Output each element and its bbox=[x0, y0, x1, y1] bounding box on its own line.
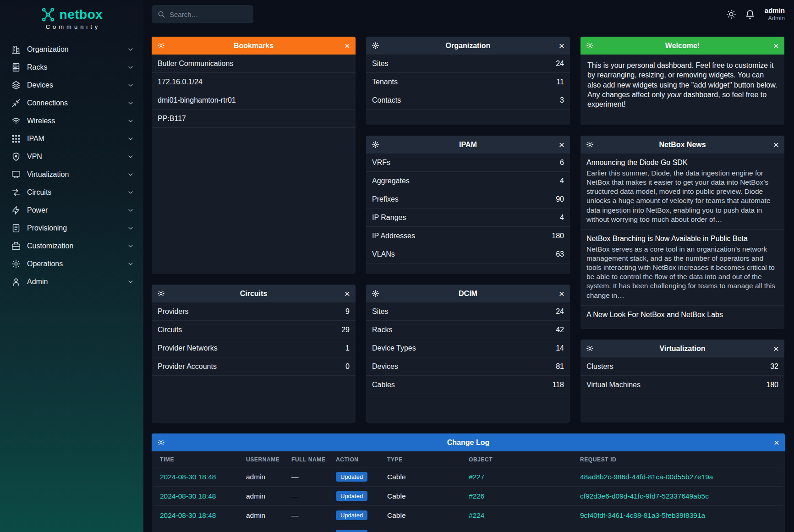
close-icon[interactable]: × bbox=[345, 41, 350, 50]
sidebar-item-operations[interactable]: Operations bbox=[0, 255, 143, 273]
stat-row: Contacts3 bbox=[366, 91, 570, 110]
close-icon[interactable]: × bbox=[774, 438, 779, 447]
stat-label-link[interactable]: Tenants bbox=[372, 78, 398, 86]
close-icon[interactable]: × bbox=[773, 140, 779, 149]
sidebar-item-ipam[interactable]: IPAM bbox=[0, 130, 143, 148]
gear-icon[interactable] bbox=[157, 439, 165, 446]
sidebar-item-connections[interactable]: Connections bbox=[0, 94, 143, 112]
sidebar-item-organization[interactable]: Organization bbox=[0, 40, 143, 58]
time-link[interactable]: 2024-08-30 18:48 bbox=[160, 492, 216, 500]
news-headline-link[interactable]: NetBox Branching is Now Available in Pub… bbox=[586, 235, 778, 243]
stat-label-link[interactable]: Provider Networks bbox=[158, 344, 218, 352]
stat-label-link[interactable]: Provider Accounts bbox=[158, 362, 217, 371]
object-link[interactable]: #224 bbox=[469, 531, 484, 532]
widget-circuits-header[interactable]: Circuits × bbox=[152, 285, 356, 302]
stat-label-link[interactable]: Virtual Machines bbox=[586, 381, 641, 389]
stat-label-link[interactable]: Racks bbox=[372, 326, 392, 334]
object-link[interactable]: #227 bbox=[469, 473, 484, 481]
gear-icon[interactable] bbox=[372, 42, 379, 49]
bookmark-item[interactable]: Butler Communications bbox=[152, 55, 356, 73]
stat-value: 32 bbox=[770, 362, 778, 371]
gear-icon[interactable] bbox=[157, 290, 165, 297]
request_id-link[interactable]: 7c3c4c9c-aea0-47f2-89f6-f98301997c9b bbox=[580, 531, 708, 532]
time-link[interactable]: 2024-08-30 18:48 bbox=[160, 511, 216, 519]
news-headline-link[interactable]: A New Look For NetBox and NetBox Labs bbox=[586, 311, 778, 319]
bookmark-item[interactable]: PP:B117 bbox=[152, 110, 356, 128]
request_id-link[interactable]: 9cf40fdf-3461-4c88-81a3-5feb39f8391a bbox=[580, 511, 705, 519]
stat-label-link[interactable]: Circuits bbox=[158, 326, 182, 334]
stat-label-link[interactable]: IP Addresses bbox=[372, 232, 415, 240]
time-link[interactable]: 2024-08-30 18:48 bbox=[160, 473, 216, 481]
widget-ipam-header[interactable]: IPAM × bbox=[366, 136, 570, 154]
gear-icon[interactable] bbox=[372, 141, 379, 148]
stat-value: 4 bbox=[560, 177, 564, 185]
news-headline-link[interactable]: Announcing the Diode Go SDK bbox=[586, 159, 778, 167]
circuits-stats: Providers9Circuits29Provider Networks1Pr… bbox=[152, 302, 356, 423]
sidebar-item-admin[interactable]: Admin bbox=[0, 273, 143, 291]
theme-toggle-button[interactable] bbox=[725, 8, 737, 20]
widget-title: Circuits bbox=[152, 290, 356, 298]
search-box[interactable] bbox=[152, 5, 253, 23]
stat-label-link[interactable]: Providers bbox=[158, 307, 189, 316]
bookmark-item[interactable]: 172.16.0.1/24 bbox=[152, 73, 356, 91]
widget-bookmarks-header[interactable]: Bookmarks × bbox=[152, 37, 356, 55]
widget-news-header[interactable]: NetBox News × bbox=[580, 136, 784, 154]
object-link[interactable]: #226 bbox=[469, 492, 484, 500]
gear-icon[interactable] bbox=[586, 141, 594, 148]
netbox-logo[interactable]: netbox Community bbox=[0, 0, 143, 30]
sidebar-item-customization[interactable]: Customization bbox=[0, 237, 143, 255]
gear-icon[interactable] bbox=[586, 42, 594, 49]
stat-label-link[interactable]: Device Types bbox=[372, 344, 416, 352]
widget-welcome-header[interactable]: Welcome! × bbox=[580, 37, 784, 55]
netbox-logo-icon bbox=[41, 7, 55, 22]
widget-organization-header[interactable]: Organization × bbox=[366, 37, 570, 55]
close-icon[interactable]: × bbox=[559, 41, 564, 50]
sidebar-item-wireless[interactable]: Wireless bbox=[0, 112, 143, 130]
cell-type: Cable bbox=[381, 525, 462, 532]
sidebar-item-racks[interactable]: Racks bbox=[0, 58, 143, 76]
stat-label-link[interactable]: IP Ranges bbox=[372, 214, 406, 222]
bookmark-item[interactable]: dmi01-binghamton-rtr01 bbox=[152, 91, 356, 110]
close-icon[interactable]: × bbox=[773, 344, 779, 353]
stat-label-link[interactable]: Aggregates bbox=[372, 177, 410, 185]
gear-icon[interactable] bbox=[372, 290, 379, 297]
stat-label-link[interactable]: Contacts bbox=[372, 96, 401, 104]
sidebar-item-provisioning[interactable]: Provisioning bbox=[0, 219, 143, 237]
stat-label-link[interactable]: Sites bbox=[372, 60, 389, 68]
sidebar-item-label: Organization bbox=[27, 45, 127, 54]
stat-label-link[interactable]: Devices bbox=[372, 362, 398, 371]
organization-icon bbox=[11, 44, 21, 55]
action-badge: Updated bbox=[336, 491, 367, 501]
virtualization-icon bbox=[11, 170, 21, 180]
stat-label-link[interactable]: Clusters bbox=[586, 362, 613, 371]
request_id-link[interactable]: 48ad8b2c-986d-44fd-81ca-00d55b27e19a bbox=[580, 473, 713, 481]
stat-label-link[interactable]: VLANs bbox=[372, 250, 395, 258]
close-icon[interactable]: × bbox=[773, 41, 779, 50]
close-icon[interactable]: × bbox=[559, 289, 564, 298]
user-menu[interactable]: admin Admin bbox=[765, 6, 785, 22]
stat-label-link[interactable]: Sites bbox=[372, 307, 389, 316]
close-icon[interactable]: × bbox=[559, 140, 564, 149]
close-icon[interactable]: × bbox=[345, 289, 350, 298]
stat-label-link[interactable]: VRFs bbox=[372, 159, 390, 167]
object-link[interactable]: #224 bbox=[469, 511, 484, 519]
gear-icon[interactable] bbox=[586, 345, 594, 352]
gear-icon[interactable] bbox=[157, 42, 165, 49]
sidebar-item-virtualization[interactable]: Virtualization bbox=[0, 165, 143, 183]
widget-virtualization-header[interactable]: Virtualization × bbox=[580, 340, 784, 357]
search-input[interactable] bbox=[170, 11, 248, 18]
notifications-button[interactable] bbox=[744, 8, 756, 20]
widget-dcim-header[interactable]: DCIM × bbox=[366, 285, 570, 302]
sidebar-item-devices[interactable]: Devices bbox=[0, 76, 143, 94]
stat-row: IP Ranges4 bbox=[366, 208, 570, 227]
widget-change-log-header[interactable]: Change Log × bbox=[152, 433, 785, 451]
time-link[interactable]: 2024-08-30 18:47 bbox=[160, 531, 216, 532]
stat-label-link[interactable]: Prefixes bbox=[372, 195, 399, 203]
sidebar-item-power[interactable]: Power bbox=[0, 201, 143, 219]
sidebar-item-vpn[interactable]: VPN bbox=[0, 148, 143, 165]
request_id-link[interactable]: cf92d3e6-d09d-41fc-9fd7-52337649ab5c bbox=[580, 492, 709, 500]
chevron-down-icon bbox=[127, 242, 134, 250]
cell-object: #224 bbox=[462, 525, 574, 532]
stat-label-link[interactable]: Cables bbox=[372, 381, 395, 389]
sidebar-item-circuits[interactable]: Circuits bbox=[0, 183, 143, 201]
